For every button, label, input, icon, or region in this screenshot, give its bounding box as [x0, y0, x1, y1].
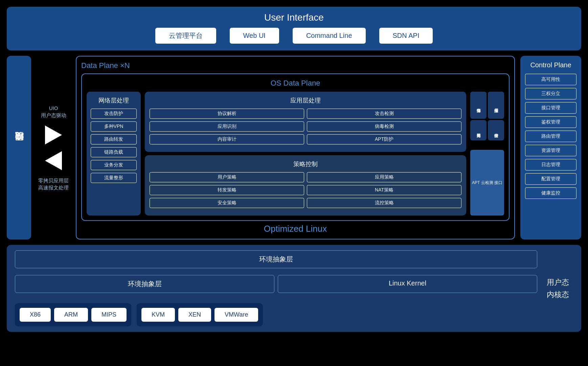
hw-section: X86 ARM MIPS [15, 303, 131, 326]
app-processing: 应用层处理 协议解析 应用识别 内容审计 攻击检测 病毒检测 [145, 92, 466, 152]
env-row-full: 环境抽象层 [15, 250, 537, 268]
signature-column: 病毒特征库 应用特征库 网站分类库 攻击特征库 APT 云检测 接口 [470, 92, 504, 215]
net-btn-3[interactable]: 链路负载 [91, 147, 137, 157]
btn-web-ui[interactable]: Web UI [230, 28, 279, 44]
btn-command-line[interactable]: Command Line [293, 28, 366, 44]
arrow-right-icon [45, 125, 62, 144]
app-btn-c1-1[interactable]: 应用识别 [150, 121, 304, 132]
net-btn-1[interactable]: 多种VPN [91, 121, 137, 132]
hw-row: X86 ARM MIPS [20, 308, 127, 322]
user-state: 用户态 [547, 276, 569, 288]
hw-arm[interactable]: ARM [54, 308, 88, 322]
ui-buttons: 云管理平台 Web UI Command Line SDN API [15, 28, 573, 44]
uio-label: UIO用户态驱动 [41, 105, 66, 119]
optimized-linux-label: Optimized Linux [81, 224, 510, 234]
app-layer-title: 应用层处理 [150, 96, 461, 105]
attack-feature-lib: 攻击特征库 [488, 120, 504, 140]
env-row-half: 环境抽象层 Linux Kernel [15, 275, 537, 293]
policy-btn-c1-0[interactable]: 用户策略 [150, 172, 304, 182]
policy-btn-c2-0[interactable]: 应用策略 [307, 172, 461, 182]
policy-col1: 用户策略 转发策略 安全策略 [150, 172, 304, 211]
btn-cloud-mgmt[interactable]: 云管理平台 [155, 28, 216, 44]
data-plane-title: Data Plane ×N [81, 61, 510, 70]
bottom-row: 环境抽象层 环境抽象层 Linux Kernel X86 ARM MIPS [15, 250, 573, 326]
hw-x86[interactable]: X86 [20, 308, 51, 322]
linux-kernel: Linux Kernel [278, 275, 537, 293]
net-btn-5[interactable]: 流量整形 [91, 173, 137, 183]
app-col1: 协议解析 应用识别 内容审计 [150, 109, 304, 147]
zero-copy-label: 零拷贝应用层高速报文处理 [38, 177, 69, 191]
policy-btn-c1-1[interactable]: 转发策略 [150, 185, 304, 195]
ctrl-btn-5[interactable]: 资源管理 [525, 145, 576, 156]
website-classify-lib: 网站分类库 [470, 120, 487, 140]
vm-row: KVM XEN VMWare [141, 308, 258, 322]
main-wrapper: User Interface 云管理平台 Web UI Command Line… [7, 7, 581, 332]
ctrl-btn-2[interactable]: 接口管理 [525, 102, 576, 114]
apt-cloud-block: APT 云检测 接口 [470, 150, 504, 215]
bottom-main: 环境抽象层 环境抽象层 Linux Kernel X86 ARM MIPS [15, 250, 537, 326]
vm-kvm[interactable]: KVM [141, 308, 175, 322]
os-data-plane-title: OS Data Plane [87, 79, 504, 88]
ctrl-btn-0[interactable]: 高可用性 [525, 74, 576, 85]
app-btn-c2-0[interactable]: 攻击检测 [307, 109, 461, 119]
processing-grid: 网络层处理 攻击防护 多种VPN 路由转发 链路负载 业务分发 流量整形 应用层… [87, 92, 504, 215]
policy-grid: 用户策略 转发策略 安全策略 应用策略 NAT策略 流控策略 [150, 172, 461, 211]
app-feature-lib: 应用特征库 [488, 92, 504, 119]
ctrl-btn-1[interactable]: 三权分立 [525, 88, 576, 99]
net-btn-4[interactable]: 业务分发 [91, 160, 137, 170]
ctrl-btn-8[interactable]: 健康监控 [525, 187, 576, 199]
env-abstract-full: 环境抽象层 [15, 250, 537, 268]
net-btn-0[interactable]: 攻击防护 [91, 109, 137, 119]
kernel-state: 内核态 [547, 289, 569, 300]
policy-control-title: 策略控制 [150, 160, 461, 168]
bottom-section: 环境抽象层 环境抽象层 Linux Kernel X86 ARM MIPS [7, 245, 581, 332]
policy-col2: 应用策略 NAT策略 流控策略 [307, 172, 461, 211]
ctrl-btn-4[interactable]: 路由管理 [525, 131, 576, 142]
os-data-plane: OS Data Plane 网络层处理 攻击防护 多种VPN 路由转发 链路负载… [81, 73, 510, 221]
policy-control: 策略控制 用户策略 转发策略 安全策略 应用策略 NAT策略 [145, 155, 466, 215]
user-interface-title: User Interface [15, 12, 573, 23]
physical-network-label: 物理网络功能 [7, 56, 31, 239]
control-plane: Control Plane 高可用性 三权分立 接口管理 鉴权管理 路由管理 资… [520, 56, 581, 239]
user-kernel-label: 用户态 内核态 [543, 250, 573, 326]
sig-row-bottom: 网站分类库 攻击特征库 [470, 120, 504, 140]
app-btn-c1-0[interactable]: 协议解析 [150, 109, 304, 119]
virus-feature-lib: 病毒特征库 [470, 92, 487, 119]
app-layer-wrapper: 应用层处理 协议解析 应用识别 内容审计 攻击检测 病毒检测 [145, 92, 466, 215]
middle-section: 物理网络功能 UIO用户态驱动 零拷贝应用层高速报文处理 Data Plane … [7, 56, 581, 239]
vm-section: KVM XEN VMWare [137, 303, 263, 326]
policy-btn-c1-2[interactable]: 安全策略 [150, 198, 304, 208]
sig-row-top: 病毒特征库 应用特征库 [470, 92, 504, 119]
network-layer-title: 网络层处理 [91, 96, 137, 105]
app-btn-c2-1[interactable]: 病毒检测 [307, 121, 461, 132]
vm-vmware[interactable]: VMWare [214, 308, 258, 322]
zero-copy-text: 零拷贝应用层高速报文处理 [38, 177, 69, 191]
app-btn-c1-2[interactable]: 内容审计 [150, 134, 304, 144]
btn-sdn-api[interactable]: SDN API [379, 28, 433, 44]
app-btn-c2-2[interactable]: APT防护 [307, 134, 461, 144]
policy-btn-c2-2[interactable]: 流控策略 [307, 198, 461, 208]
control-plane-title: Control Plane [525, 61, 576, 69]
net-btn-2[interactable]: 路由转发 [91, 134, 137, 144]
hw-vm-row: X86 ARM MIPS KVM XEN VMWare [15, 303, 537, 326]
env-abstract-half: 环境抽象层 [15, 275, 274, 293]
user-interface-section: User Interface 云管理平台 Web UI Command Line… [7, 7, 581, 50]
data-plane-wrapper: Data Plane ×N OS Data Plane 网络层处理 攻击防护 多… [76, 56, 515, 239]
vm-xen[interactable]: XEN [178, 308, 211, 322]
arrow-left-icon [45, 151, 62, 170]
app-col2: 攻击检测 病毒检测 APT防护 [307, 109, 461, 147]
ctrl-btn-7[interactable]: 配置管理 [525, 173, 576, 185]
app-layer-grid: 协议解析 应用识别 内容审计 攻击检测 病毒检测 APT防护 [150, 109, 461, 147]
ctrl-btn-3[interactable]: 鉴权管理 [525, 116, 576, 128]
policy-btn-c2-1[interactable]: NAT策略 [307, 185, 461, 195]
uio-text1: UIO用户态驱动 [41, 105, 66, 119]
hw-mips[interactable]: MIPS [91, 308, 127, 322]
uio-section: UIO用户态驱动 零拷贝应用层高速报文处理 [37, 56, 70, 239]
network-layer: 网络层处理 攻击防护 多种VPN 路由转发 链路负载 业务分发 流量整形 [87, 92, 141, 215]
ctrl-btn-6[interactable]: 日志管理 [525, 159, 576, 170]
